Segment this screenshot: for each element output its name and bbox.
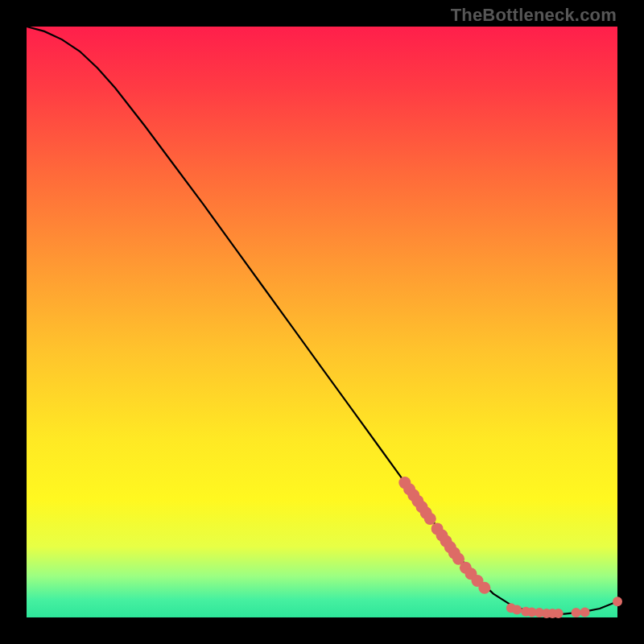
plot-area (27, 27, 617, 617)
data-marker (424, 513, 436, 525)
markers-upper-cluster (398, 477, 490, 594)
chart-stage: TheBottleneck.com (0, 0, 644, 644)
chart-svg (27, 27, 617, 617)
data-marker (572, 608, 581, 617)
data-marker (512, 605, 522, 615)
data-marker (478, 582, 490, 594)
data-marker (580, 607, 590, 617)
watermark-text: TheBottleneck.com (451, 5, 617, 26)
data-marker (613, 597, 622, 606)
bottleneck-curve (27, 27, 617, 614)
data-marker (554, 609, 564, 618)
